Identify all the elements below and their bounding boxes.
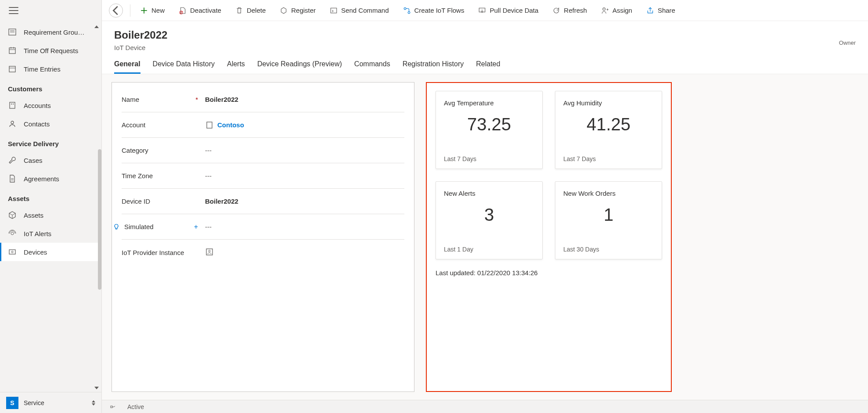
sidebar-item-time-off-requests[interactable]: Time Off Requests	[0, 41, 101, 60]
lightbulb-icon	[113, 223, 120, 230]
label: Device ID	[122, 198, 150, 205]
nav-label: Cases	[24, 157, 43, 164]
card-new-work-orders: New Work Orders 1 Last 30 Days	[555, 181, 662, 259]
sidebar-item-iot-alerts[interactable]: IoT Alerts	[0, 224, 101, 243]
device-icon	[8, 248, 17, 256]
trash-icon	[235, 7, 243, 14]
svg-rect-10	[11, 104, 12, 104]
card-value: 3	[444, 205, 534, 225]
nav-label: IoT Alerts	[24, 230, 51, 237]
tab-alerts[interactable]: Alerts	[227, 60, 245, 74]
field-iot-provider-instance[interactable]: IoT Provider Instance	[122, 240, 404, 265]
hamburger-menu-icon[interactable]	[9, 7, 18, 14]
area-label: Service	[24, 399, 44, 406]
svg-rect-16	[9, 250, 15, 254]
form-panel: Name* Boiler2022 Account Contoso Categor…	[112, 82, 414, 392]
value: ---	[205, 147, 404, 154]
card-avg-humidity: Avg Humidity 41.25 Last 7 Days	[555, 91, 662, 169]
provider-icon	[205, 248, 214, 256]
tab-related[interactable]: Related	[476, 60, 500, 74]
tab-commands[interactable]: Commands	[354, 60, 390, 74]
back-button[interactable]	[109, 4, 123, 18]
nav-label: Time Entries	[24, 65, 61, 73]
scroll-up-icon[interactable]	[94, 25, 99, 28]
btn-label: New	[151, 7, 165, 14]
btn-label: Refresh	[564, 7, 587, 14]
nav-label: Time Off Requests	[24, 47, 78, 54]
btn-label: Share	[658, 7, 675, 14]
value[interactable]: Contoso	[205, 121, 404, 129]
sidebar-item-accounts[interactable]: Accounts	[0, 96, 101, 115]
send-command-button[interactable]: Send Command	[324, 3, 395, 18]
sidebar-item-contacts[interactable]: Contacts	[0, 115, 101, 133]
tab-general[interactable]: General	[114, 60, 140, 74]
area-switcher[interactable]: S Service	[0, 392, 101, 413]
value: Boiler2022	[205, 198, 404, 205]
field-account[interactable]: Account Contoso	[122, 112, 404, 138]
card-sub: Last 30 Days	[563, 246, 654, 253]
nav-label: Requirement Grou…	[24, 29, 84, 36]
new-button[interactable]: New	[134, 3, 171, 18]
summary-panel: Avg Temperature 73.25 Last 7 Days Avg Hu…	[426, 82, 672, 392]
svg-rect-3	[9, 48, 15, 54]
sidebar-item-devices[interactable]: Devices	[0, 243, 101, 261]
nav-group-assets: Assets	[0, 188, 101, 206]
field-name[interactable]: Name* Boiler2022	[122, 87, 404, 112]
label: Account	[122, 121, 145, 129]
svg-point-17	[11, 251, 13, 253]
assign-icon	[601, 7, 609, 14]
assign-button[interactable]: Assign	[595, 3, 638, 18]
list-icon	[8, 28, 17, 36]
refresh-button[interactable]: Refresh	[546, 3, 593, 18]
separator	[130, 4, 130, 17]
tab-device-readings[interactable]: Device Readings (Preview)	[257, 60, 342, 74]
svg-rect-30	[111, 406, 112, 408]
tab-device-data-history[interactable]: Device Data History	[153, 60, 215, 74]
updown-icon[interactable]	[92, 400, 95, 406]
nav-group-service-delivery: Service Delivery	[0, 133, 101, 151]
create-iot-flows-button[interactable]: Create IoT Flows	[397, 3, 471, 18]
status-text: Active	[127, 403, 144, 410]
recommended-indicator: +	[194, 223, 198, 231]
sidebar-item-time-entries[interactable]: Time Entries	[0, 60, 101, 78]
btn-label: Send Command	[341, 7, 389, 14]
sidebar-item-requirement-groups[interactable]: Requirement Grou…	[0, 23, 101, 41]
label: Simulated	[124, 223, 154, 230]
btn-label: Deactivate	[190, 7, 221, 14]
document-icon	[8, 174, 17, 183]
sidebar-item-assets[interactable]: Assets	[0, 206, 101, 224]
svg-rect-22	[331, 8, 337, 13]
required-indicator: *	[195, 96, 198, 103]
field-device-id[interactable]: Device ID Boiler2022	[122, 189, 404, 214]
register-button[interactable]: Register	[274, 3, 322, 18]
scrollbar-thumb[interactable]	[98, 149, 101, 290]
value: Boiler2022	[205, 96, 404, 103]
sidebar-item-cases[interactable]: Cases	[0, 151, 101, 169]
nav-label: Accounts	[24, 102, 51, 109]
field-timezone[interactable]: Time Zone ---	[122, 163, 404, 189]
command-bar: New Deactivate Delete Register Send Comm…	[102, 0, 868, 21]
field-simulated[interactable]: Simulated + ---	[122, 214, 404, 240]
flow-icon	[403, 7, 411, 14]
refresh-icon	[552, 7, 560, 14]
scroll-down-icon[interactable]	[94, 387, 99, 389]
delete-button[interactable]: Delete	[229, 3, 272, 18]
sidebar-item-agreements[interactable]: Agreements	[0, 169, 101, 188]
card-value: 1	[563, 205, 654, 225]
sidebar: Requirement Grou… Time Off Requests Time…	[0, 0, 102, 413]
svg-rect-27	[207, 122, 212, 128]
wrench-icon	[8, 156, 17, 165]
pull-device-data-button[interactable]: Pull Device Data	[472, 3, 544, 18]
share-button[interactable]: Share	[640, 3, 681, 18]
building-icon	[8, 101, 17, 110]
card-sub: Last 7 Days	[563, 155, 654, 162]
value: ---	[205, 172, 404, 180]
tab-registration-history[interactable]: Registration History	[403, 60, 464, 74]
svg-point-24	[408, 11, 410, 14]
plus-icon	[140, 7, 148, 14]
deactivate-button[interactable]: Deactivate	[173, 3, 227, 18]
status-bar: Active	[102, 400, 868, 413]
field-category[interactable]: Category ---	[122, 138, 404, 163]
deactivate-icon	[179, 7, 187, 14]
main-content: New Deactivate Delete Register Send Comm…	[102, 0, 868, 413]
